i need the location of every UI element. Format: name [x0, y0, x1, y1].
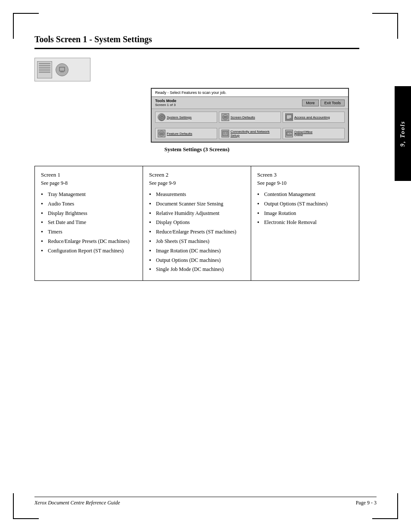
- more-button[interactable]: More: [302, 100, 319, 106]
- screen-2-item-4: Display Options: [149, 219, 245, 226]
- screen-1-item-2: Audio Tones: [41, 200, 137, 208]
- screen-1-item-6: Reduce/Enlarge Presets (DC machines): [41, 238, 137, 245]
- ui-status-bar: Ready - Select Features to scan your job…: [152, 89, 348, 97]
- screen-1-page-ref: See page 9-8: [41, 180, 137, 187]
- screen-3-item-2: Output Options (ST machines): [257, 200, 353, 208]
- exit-tools-button[interactable]: Exit Tools: [321, 100, 345, 106]
- svg-rect-15: [160, 134, 163, 135]
- screens-row: Screen 1 See page 9-8 Tray Management Au…: [35, 166, 359, 281]
- copier-panel: [37, 61, 52, 78]
- screen-2-item-2: Document Scanner Size Sensing: [149, 200, 245, 208]
- corner-border-br: [397, 493, 398, 519]
- screen-3-page-ref: See page 9-10: [257, 180, 353, 187]
- nav-connectivity-label: Connectivity and Network Setup: [230, 130, 278, 137]
- ui-toolbar-title: Tools Mode: [155, 99, 176, 103]
- screen-1-item-1: Tray Management: [41, 191, 137, 198]
- corner-border-bl: [13, 493, 14, 519]
- screens-table: Screen 1 See page 9-8 Tray Management Au…: [34, 166, 359, 281]
- ui-toolbar-title-area: Tools Mode Screen 1 of 3: [155, 99, 176, 107]
- main-content: Tools Screen 1 - System Settings: [34, 34, 377, 281]
- screen-defaults-icon: [221, 113, 229, 121]
- svg-rect-11: [287, 117, 291, 118]
- ui-toolbar-buttons: More Exit Tools: [302, 100, 345, 106]
- screen-2-item-8: Output Options (DC machines): [149, 257, 245, 264]
- screen-1-item-7: Configuration Report (ST machines): [41, 247, 137, 255]
- nav-screen-defaults[interactable]: Screen Defaults: [219, 112, 281, 123]
- corner-border-bh: [13, 518, 39, 519]
- screen-3-list: Contention Management Output Options (ST…: [257, 191, 353, 226]
- feature-defaults-icon: [158, 130, 165, 137]
- svg-text:SCN: SCN: [287, 132, 292, 135]
- panel-line-4: [39, 69, 50, 71]
- nav-access-accounting-label: Access and Accounting: [294, 115, 330, 119]
- nav-system-settings-label: System Settings: [167, 115, 192, 119]
- screen-2-page-ref: See page 9-9: [149, 180, 245, 187]
- svg-rect-12: [287, 118, 290, 118]
- system-settings-icon: T: [158, 113, 165, 121]
- svg-rect-14: [160, 133, 163, 134]
- nav-connectivity[interactable]: Connectivity and Network Setup: [219, 128, 281, 139]
- nav-online-offline[interactable]: SCN Online/Offline Online: [283, 128, 345, 139]
- svg-rect-7: [224, 118, 227, 118]
- screen-3-item-4: Electronic Hole Removal: [257, 219, 353, 226]
- nav-access-accounting[interactable]: Access and Accounting: [283, 112, 345, 123]
- title-rule: [34, 48, 359, 49]
- svg-rect-16: [223, 131, 228, 136]
- screen-1-cell: Screen 1 See page 9-8 Tray Management Au…: [35, 166, 143, 281]
- machine-illustration: [34, 58, 359, 81]
- screen-2-item-6: Job Sheets (ST machines): [149, 238, 245, 245]
- screen-2-cell: Screen 2 See page 9-9 Measurements Docum…: [143, 166, 251, 281]
- screen-2-item-5: Reduce/Enlarge Presets (ST machines): [149, 228, 245, 236]
- nav-feature-defaults-label: Feature Defaults: [167, 132, 192, 136]
- svg-point-5: [223, 115, 228, 120]
- ui-toolbar: Tools Mode Screen 1 of 3 More Exit Tools: [152, 97, 348, 109]
- side-tab: 9, Tools: [395, 86, 411, 181]
- ui-nav-row-2: Feature Defaults Connectivity and Networ…: [152, 125, 348, 142]
- page-footer: Xerox Document Centre Reference Guide Pa…: [34, 497, 377, 506]
- ui-toolbar-subtitle: Screen 1 of 3: [155, 103, 176, 107]
- screen-2-list: Measurements Document Scanner Size Sensi…: [149, 191, 245, 273]
- screen-3-item-3: Image Rotation: [257, 210, 353, 217]
- svg-rect-1: [60, 72, 64, 72]
- nav-system-settings[interactable]: T System Settings: [155, 112, 217, 123]
- screenshot-caption: System Settings (3 Screens): [34, 146, 359, 153]
- corner-border-thr: [372, 13, 398, 14]
- screen-3-cell: Screen 3 See page 9-10 Contention Manage…: [251, 166, 359, 281]
- svg-rect-10: [287, 116, 291, 117]
- screen-2-item-1: Measurements: [149, 191, 245, 198]
- online-status: Online: [294, 134, 312, 137]
- corner-border-bhr: [372, 518, 398, 519]
- nav-online-offline-label: Online/Offline Online: [294, 131, 312, 137]
- svg-rect-17: [224, 132, 225, 134]
- svg-rect-0: [59, 67, 65, 71]
- screen-2-item-9: Single Job Mode (DC machines): [149, 266, 245, 273]
- online-offline-icon: SCN: [285, 130, 293, 137]
- screen-1-item-5: Timers: [41, 228, 137, 236]
- corner-border-th: [13, 13, 39, 14]
- side-tab-label: 9, Tools: [399, 121, 406, 147]
- page-title: Tools Screen 1 - System Settings: [34, 34, 359, 44]
- corner-border-tr: [397, 13, 398, 39]
- connectivity-icon: [221, 130, 229, 137]
- ui-status-text: Ready - Select Features to scan your job…: [155, 90, 227, 95]
- copier-icon: [56, 63, 68, 76]
- panel-line-1: [39, 63, 50, 64]
- screen-3-title: Screen 3: [257, 171, 353, 178]
- footer-left-text: Xerox Document Centre Reference Guide: [34, 500, 120, 506]
- panel-line-2: [39, 65, 50, 66]
- svg-rect-9: [287, 115, 291, 116]
- copier-body: [34, 58, 90, 81]
- svg-text:T: T: [161, 117, 163, 119]
- access-accounting-icon: [285, 113, 293, 121]
- corner-border-tl: [13, 13, 14, 39]
- svg-point-13: [159, 131, 164, 136]
- svg-rect-19: [224, 134, 227, 134]
- nav-feature-defaults[interactable]: Feature Defaults: [155, 128, 217, 139]
- screen-1-title: Screen 1: [41, 171, 137, 178]
- footer-right-text: Page 9 - 3: [356, 500, 377, 506]
- screen-1-item-3: Display Brightness: [41, 210, 137, 217]
- screen-3-item-1: Contention Management: [257, 191, 353, 198]
- svg-rect-6: [224, 116, 227, 117]
- screen-2-item-7: Image Rotation (DC machines): [149, 247, 245, 255]
- ui-screenshot: Ready - Select Features to scan your job…: [151, 88, 349, 143]
